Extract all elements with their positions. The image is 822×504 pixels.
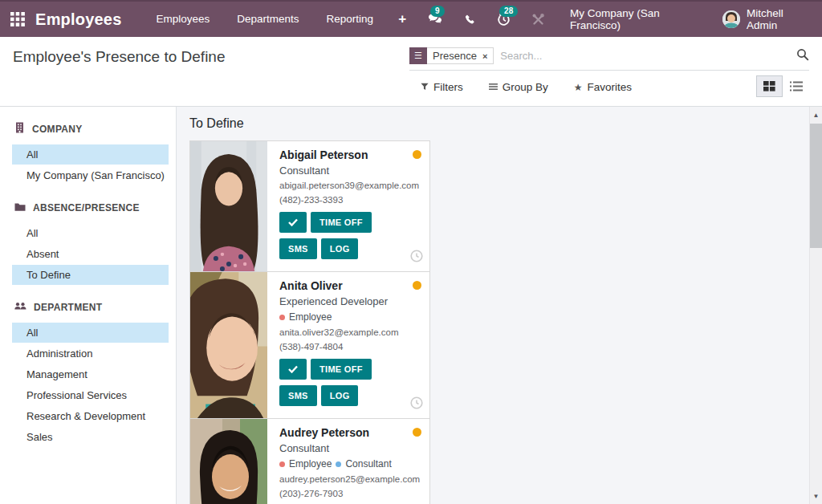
- favorites-star-icon: ★: [574, 82, 583, 93]
- sidebar-item-research-development[interactable]: Research & Development: [12, 406, 169, 426]
- employee-email[interactable]: abigail.peterson39@example.com: [279, 181, 421, 190]
- user-menu[interactable]: Mitchell Admin: [747, 7, 811, 31]
- employee-email[interactable]: audrey.peterson25@example.com: [279, 474, 421, 484]
- log-button[interactable]: LOG: [321, 238, 359, 259]
- time-off-button[interactable]: TIME OFF: [311, 212, 372, 233]
- favorites-button[interactable]: ★ Favorites: [574, 81, 632, 93]
- sidebar-section-company: COMPANY: [0, 115, 176, 144]
- folder-icon: [14, 201, 26, 215]
- present-check-button[interactable]: [279, 212, 307, 233]
- sms-button[interactable]: SMS: [279, 238, 317, 259]
- tools-icon[interactable]: [521, 13, 555, 26]
- messages-badge: 9: [430, 6, 445, 17]
- company-switcher[interactable]: My Company (San Francisco): [570, 7, 702, 31]
- users-icon: [14, 300, 26, 315]
- employee-phone[interactable]: (203)-276-7903: [279, 489, 421, 498]
- control-panel: Employee's Presence to Define ☰ Presence…: [0, 39, 822, 107]
- sidebar-item-administration[interactable]: Administration: [12, 343, 169, 364]
- sidebar-item-department-all[interactable]: All: [12, 323, 169, 343]
- search-facet-presence[interactable]: ☰ Presence ×: [409, 47, 494, 64]
- messages-icon[interactable]: 9: [417, 13, 454, 26]
- tag-label: Employee: [289, 311, 332, 323]
- employee-name[interactable]: Anita Oliver: [279, 279, 421, 292]
- activity-clock-icon[interactable]: 28: [486, 13, 521, 26]
- sidebar-item-to-define[interactable]: To Define: [12, 265, 169, 285]
- card-activity-clock-icon[interactable]: [410, 396, 423, 413]
- kanban-group-title: To Define: [189, 116, 809, 131]
- facet-remove-icon[interactable]: ×: [482, 51, 487, 61]
- kanban-area: To Define: [177, 107, 809, 504]
- filter-sidebar: COMPANY All My Company (San Francisco) A…: [0, 107, 177, 504]
- nav-plus-button[interactable]: +: [387, 11, 417, 27]
- present-check-button[interactable]: [279, 359, 307, 380]
- search-bar: ☰ Presence ×: [409, 47, 809, 71]
- filter-icon: [421, 81, 429, 93]
- presence-dot: [413, 428, 421, 437]
- tag-dot-employee: [279, 461, 285, 467]
- scroll-up-icon[interactable]: ▲: [810, 108, 822, 121]
- tag-label: Employee: [289, 458, 332, 469]
- employee-tags: Employee Consultant: [279, 458, 421, 469]
- sidebar-section-absence-presence: ABSENCE/PRESENCE: [0, 193, 176, 222]
- kanban-view-button[interactable]: [756, 75, 783, 97]
- tag-dot-employee: [279, 315, 285, 320]
- employee-card[interactable]: Audrey Peterson Consultant Employee Cons…: [189, 418, 430, 504]
- employee-card[interactable]: Anita Oliver Experienced Developer Emplo…: [189, 271, 430, 419]
- nav-menu-employees[interactable]: Employees: [143, 2, 224, 37]
- card-activity-clock-icon[interactable]: [410, 250, 423, 266]
- group-by-icon: [489, 81, 498, 93]
- employee-role: Consultant: [279, 442, 421, 454]
- employee-tags: Employee: [279, 311, 421, 323]
- presence-dot: [413, 281, 421, 290]
- presence-dot: [413, 150, 421, 159]
- employee-role: Experienced Developer: [279, 295, 421, 307]
- nav-menu-departments[interactable]: Departments: [223, 2, 312, 37]
- activity-badge: 28: [499, 6, 518, 17]
- log-button[interactable]: LOG: [321, 385, 359, 406]
- user-avatar[interactable]: [722, 10, 740, 28]
- tag-dot-consultant: [336, 461, 341, 467]
- employee-photo: [190, 272, 267, 418]
- employee-role: Consultant: [279, 165, 421, 177]
- top-nav: Employees Employees Departments Reportin…: [0, 0, 822, 37]
- sidebar-item-company-all[interactable]: All: [12, 144, 169, 165]
- search-input[interactable]: [500, 50, 796, 62]
- employee-email[interactable]: anita.oliver32@example.com: [279, 327, 421, 337]
- time-off-button[interactable]: TIME OFF: [311, 359, 372, 380]
- scroll-down-icon[interactable]: ▼: [810, 490, 822, 502]
- search-icon[interactable]: [796, 48, 809, 64]
- scrollbar-thumb[interactable]: [810, 124, 822, 248]
- phone-icon[interactable]: [454, 14, 486, 26]
- employee-name[interactable]: Audrey Peterson: [279, 426, 421, 439]
- employee-photo: [190, 141, 267, 271]
- employee-phone[interactable]: (538)-497-4804: [279, 342, 421, 352]
- employee-name[interactable]: Abigail Peterson: [279, 148, 421, 161]
- filters-button[interactable]: Filters: [421, 81, 463, 93]
- facet-label: Presence: [433, 50, 477, 62]
- sidebar-item-absent[interactable]: Absent: [12, 244, 169, 264]
- sidebar-item-my-company[interactable]: My Company (San Francisco): [12, 165, 169, 185]
- sidebar-item-management[interactable]: Management: [12, 364, 169, 384]
- tag-label: Consultant: [345, 458, 391, 469]
- app-title[interactable]: Employees: [35, 10, 121, 29]
- group-by-button[interactable]: Group By: [489, 81, 548, 93]
- sidebar-item-professional-services[interactable]: Professional Services: [12, 385, 169, 405]
- sidebar-item-sales[interactable]: Sales: [12, 427, 169, 447]
- building-icon: [14, 122, 25, 136]
- employee-photo: [190, 419, 267, 504]
- sms-button[interactable]: SMS: [279, 385, 317, 406]
- vertical-scrollbar[interactable]: ▲ ▼: [809, 107, 822, 504]
- sidebar-item-presence-all[interactable]: All: [12, 223, 169, 243]
- list-view-button[interactable]: [783, 75, 809, 97]
- apps-grid-icon[interactable]: [0, 1, 35, 38]
- facet-groupby-icon: ☰: [409, 47, 427, 64]
- employee-phone[interactable]: (482)-233-3393: [279, 195, 421, 205]
- page-title: Employee's Presence to Define: [13, 48, 226, 66]
- sidebar-section-department: DEPARTMENT: [0, 293, 176, 322]
- nav-menu-reporting[interactable]: Reporting: [313, 2, 388, 37]
- employee-card[interactable]: Abigail Peterson Consultant abigail.pete…: [189, 140, 430, 272]
